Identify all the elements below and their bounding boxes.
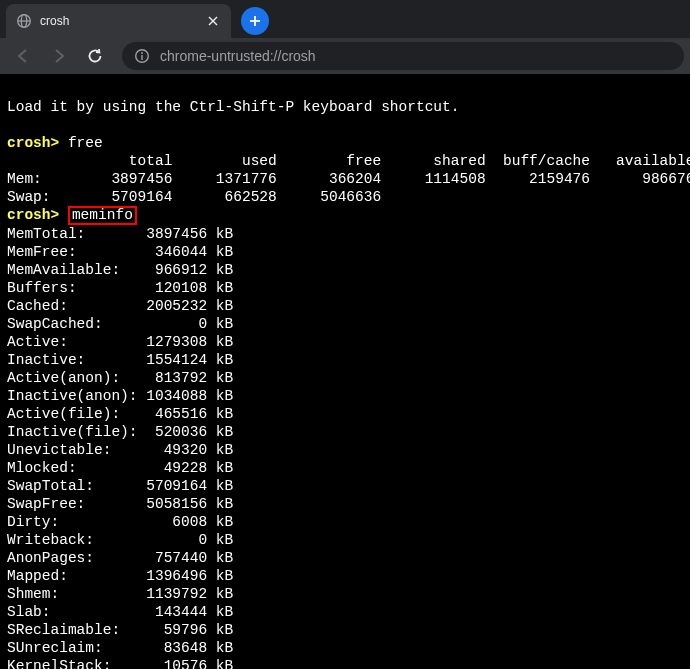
- command-free: free: [68, 135, 103, 151]
- info-icon[interactable]: [134, 48, 150, 64]
- meminfo-row: Active(anon): 813792 kB: [7, 370, 233, 386]
- prompt: crosh>: [7, 135, 59, 151]
- meminfo-row: Mlocked: 49228 kB: [7, 460, 233, 476]
- meminfo-row: Mapped: 1396496 kB: [7, 568, 233, 584]
- back-button[interactable]: [6, 41, 40, 71]
- meminfo-row: SwapCached: 0 kB: [7, 316, 233, 332]
- meminfo-row: SUnreclaim: 83648 kB: [7, 640, 233, 656]
- meminfo-output: MemTotal: 3897456 kB MemFree: 346044 kB …: [7, 225, 683, 669]
- meminfo-row: Inactive(anon): 1034088 kB: [7, 388, 233, 404]
- address-bar[interactable]: chrome-untrusted://crosh: [122, 42, 684, 70]
- meminfo-row: Unevictable: 49320 kB: [7, 442, 233, 458]
- new-tab-button[interactable]: [241, 7, 269, 35]
- free-mem-row: Mem: 3897456 1371776 366204 1114508 2159…: [7, 171, 690, 187]
- reload-button[interactable]: [78, 41, 112, 71]
- meminfo-row: Active: 1279308 kB: [7, 334, 233, 350]
- meminfo-row: Inactive(file): 520036 kB: [7, 424, 233, 440]
- meminfo-row: SReclaimable: 59796 kB: [7, 622, 233, 638]
- free-swap-row: Swap: 5709164 662528 5046636: [7, 189, 381, 205]
- meminfo-row: Cached: 2005232 kB: [7, 298, 233, 314]
- meminfo-row: AnonPages: 757440 kB: [7, 550, 233, 566]
- meminfo-row: Inactive: 1554124 kB: [7, 352, 233, 368]
- svg-rect-9: [141, 55, 142, 60]
- meminfo-row: KernelStack: 10576 kB: [7, 658, 233, 669]
- meminfo-row: SwapTotal: 5709164 kB: [7, 478, 233, 494]
- tab-strip: crosh: [0, 0, 690, 38]
- intro-line: Load it by using the Ctrl-Shift-P keyboa…: [7, 99, 459, 115]
- free-header: total used free shared buff/cache availa…: [7, 153, 690, 169]
- close-icon[interactable]: [205, 13, 221, 29]
- meminfo-row: Active(file): 465516 kB: [7, 406, 233, 422]
- meminfo-row: Dirty: 6008 kB: [7, 514, 233, 530]
- meminfo-row: Slab: 143444 kB: [7, 604, 233, 620]
- url-text: chrome-untrusted://crosh: [160, 48, 316, 64]
- meminfo-row: Shmem: 1139792 kB: [7, 586, 233, 602]
- terminal-output[interactable]: Load it by using the Ctrl-Shift-P keyboa…: [0, 74, 690, 669]
- meminfo-row: MemTotal: 3897456 kB: [7, 226, 233, 242]
- meminfo-row: Writeback: 0 kB: [7, 532, 233, 548]
- tab-title: crosh: [40, 14, 197, 28]
- forward-button[interactable]: [42, 41, 76, 71]
- svg-point-8: [141, 52, 143, 54]
- prompt: crosh>: [7, 207, 59, 223]
- meminfo-row: SwapFree: 5058156 kB: [7, 496, 233, 512]
- browser-toolbar: chrome-untrusted://crosh: [0, 38, 690, 74]
- command-meminfo-highlighted: meminfo: [68, 206, 137, 225]
- meminfo-row: MemFree: 346044 kB: [7, 244, 233, 260]
- globe-icon: [16, 13, 32, 29]
- browser-tab[interactable]: crosh: [6, 4, 231, 38]
- meminfo-row: Buffers: 120108 kB: [7, 280, 233, 296]
- meminfo-row: MemAvailable: 966912 kB: [7, 262, 233, 278]
